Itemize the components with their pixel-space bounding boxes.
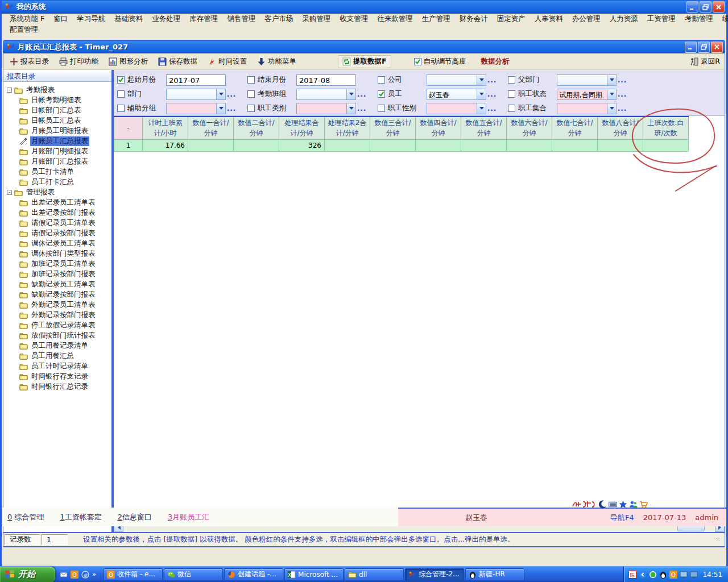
tree-item[interactable]: 外勤记录按部门报表: [7, 310, 111, 320]
filter-select[interactable]: [166, 89, 226, 100]
tree-item[interactable]: 请假记录按部门报表: [7, 228, 111, 238]
dropdown-arrow-icon[interactable]: [216, 89, 225, 99]
menu-item[interactable]: 客户市场: [260, 14, 297, 24]
dropdown-arrow-icon[interactable]: [607, 89, 616, 99]
menu-item[interactable]: 财务会计: [455, 14, 493, 24]
menu-item[interactable]: 收支管理: [335, 14, 373, 24]
task-button[interactable]: dll: [345, 568, 404, 581]
menu-item[interactable]: 业务处理: [147, 14, 185, 24]
network-icon-2[interactable]: [690, 571, 698, 579]
tree-item[interactable]: 日帐考勤明细表: [7, 95, 111, 105]
auto-height-checkbox[interactable]: 自动调节高度: [414, 57, 466, 66]
tree-item[interactable]: 员工计时记录清单: [7, 361, 111, 371]
nav-shortcut[interactable]: 导航F4: [610, 513, 634, 523]
tree-item[interactable]: 调休按部门类型报表: [7, 248, 111, 259]
tree-item[interactable]: 停工放假记录清单表: [7, 320, 111, 330]
tree-item[interactable]: 日帐员工汇总表: [7, 115, 111, 126]
filter-select[interactable]: [427, 103, 486, 114]
filter-select[interactable]: [557, 74, 617, 86]
more-button[interactable]: ...: [356, 105, 367, 113]
menu-item[interactable]: 库存管理: [185, 14, 222, 24]
tree-item[interactable]: 出差记录按部门报表: [7, 207, 111, 218]
more-button[interactable]: ...: [617, 105, 628, 113]
tree-item[interactable]: 月账员工明细报表: [7, 126, 111, 136]
task-button[interactable]: 创建话题 -...: [224, 568, 283, 581]
function-menu-button[interactable]: 功能菜单: [255, 56, 298, 68]
task-button[interactable]: 微信: [164, 568, 223, 581]
filter-checkbox[interactable]: [508, 76, 515, 84]
more-button[interactable]: ...: [486, 76, 498, 84]
outlook-quick-icon[interactable]: O: [71, 571, 78, 579]
tree-item[interactable]: 请假记录员工清单表: [7, 218, 111, 228]
collapse-icon[interactable]: -: [7, 190, 12, 195]
menu-item[interactable]: 绩效考核: [718, 14, 728, 24]
task-button[interactable]: 综合管理-2...: [405, 568, 464, 581]
tree-item[interactable]: 月账部门明细报表: [7, 146, 111, 156]
tree-item[interactable]: 员工打卡清单: [7, 167, 111, 177]
filter-checkbox[interactable]: [508, 90, 515, 98]
tree-item[interactable]: 缺勤记录按部门报表: [7, 289, 111, 300]
tree-item[interactable]: 员工打卡汇总: [7, 177, 111, 187]
menu-item[interactable]: 往来款管理: [373, 14, 417, 24]
filter-checkbox[interactable]: [247, 90, 255, 98]
mail-icon[interactable]: [60, 571, 68, 579]
tree-item[interactable]: 员工用餐记录清单: [7, 340, 111, 351]
more-button[interactable]: ...: [226, 105, 237, 113]
filter-checkbox[interactable]: [508, 105, 515, 112]
more-button[interactable]: ...: [486, 105, 498, 113]
menu-item[interactable]: 窗口: [49, 14, 72, 24]
dropdown-arrow-icon[interactable]: [346, 103, 355, 114]
chart-analysis-button[interactable]: 图形分析: [107, 56, 150, 68]
tree-item[interactable]: 加班记录员工清单表: [7, 259, 111, 269]
filter-select[interactable]: 试用期,合同期: [557, 89, 617, 100]
tree-item[interactable]: 员工用餐汇总: [7, 351, 111, 361]
ie-icon[interactable]: e: [81, 571, 89, 579]
task-button[interactable]: XMicrosoft ...: [284, 568, 344, 581]
menu-item[interactable]: 生产管理: [417, 14, 455, 24]
task-button[interactable]: O收件箱 - e...: [104, 568, 163, 581]
menu-item[interactable]: 人事资料: [530, 14, 568, 24]
filter-checkbox[interactable]: [247, 76, 255, 84]
tree-item[interactable]: 时间银行汇总记录: [7, 381, 111, 392]
dropdown-arrow-icon[interactable]: [477, 103, 486, 114]
tree-item[interactable]: 加班记录按部门报表: [7, 269, 111, 279]
more-button[interactable]: ...: [226, 90, 237, 98]
menu-item[interactable]: 固定资产: [493, 14, 530, 24]
tree-item[interactable]: 日帐部门汇总表: [7, 105, 111, 115]
dropdown-arrow-icon[interactable]: [477, 89, 486, 99]
start-button[interactable]: 开始: [0, 567, 55, 582]
menu-item[interactable]: 基础资料: [110, 14, 147, 24]
menu-item[interactable]: 配置管理: [5, 24, 43, 35]
print-button[interactable]: 打印功能: [57, 56, 100, 68]
data-analysis-button[interactable]: 数据分析: [481, 57, 510, 66]
quick-launch-expand-icon[interactable]: »: [92, 571, 96, 578]
mdi-tab[interactable]: 1工资帐套定: [60, 512, 101, 522]
time-setting-button[interactable]: 时间设置: [206, 56, 249, 68]
report-restore-button[interactable]: [698, 41, 710, 53]
tree-group[interactable]: -考勤报表: [7, 85, 111, 95]
tree-item[interactable]: 时间银行存支记录: [7, 371, 111, 381]
extract-data-button[interactable]: 提取数据F: [338, 55, 391, 68]
messenger-icon[interactable]: [649, 571, 657, 579]
tree-item[interactable]: 外勤记录员工清单表: [7, 300, 111, 310]
menu-item[interactable]: 系统功能 F: [5, 14, 49, 24]
more-button[interactable]: ...: [356, 90, 367, 98]
filter-input[interactable]: 2017-08: [296, 74, 356, 86]
mdi-tab[interactable]: 0 综合管理: [7, 512, 44, 522]
more-button[interactable]: ...: [617, 76, 628, 84]
menu-item[interactable]: 考勤管理: [680, 14, 718, 24]
filter-checkbox[interactable]: [117, 76, 125, 84]
menu-item[interactable]: 人力资源: [605, 14, 643, 24]
tree-group[interactable]: -管理报表: [7, 187, 111, 197]
tree-item[interactable]: 出差记录员工清单表: [7, 197, 111, 207]
report-catalog-button[interactable]: 报表目录: [8, 56, 51, 68]
minimize-button[interactable]: [686, 1, 698, 13]
menu-item[interactable]: 学习导航: [72, 14, 110, 24]
tree-item[interactable]: 调休记录员工清单表: [7, 238, 111, 248]
save-data-button[interactable]: 保存数据: [156, 56, 199, 68]
tree-item[interactable]: 月账部门汇总报表: [7, 156, 111, 167]
filter-select[interactable]: 赵玉春: [427, 89, 486, 100]
stamp-icon[interactable]: 陈: [628, 571, 636, 579]
dropdown-arrow-icon[interactable]: [346, 89, 355, 99]
tree-item[interactable]: 月账员工汇总报表: [7, 136, 111, 146]
